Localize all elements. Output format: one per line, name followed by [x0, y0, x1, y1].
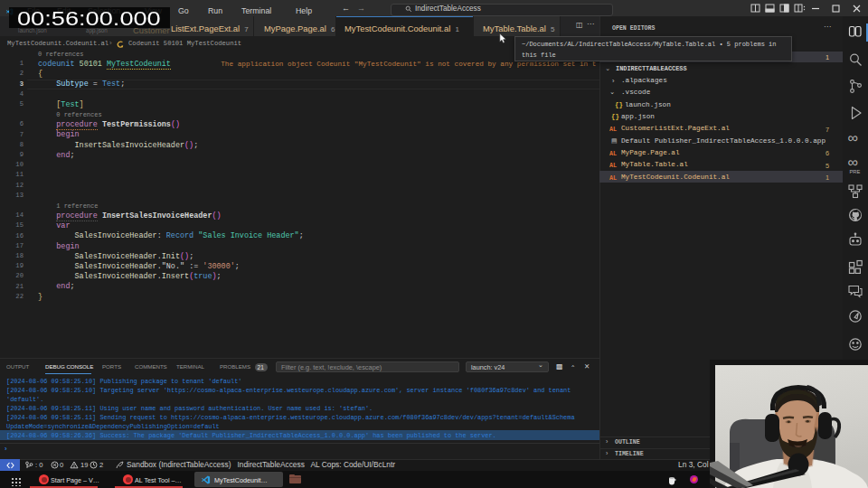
svg-text:∞: ∞ — [848, 155, 858, 170]
svg-text:PRE: PRE — [850, 169, 861, 174]
svg-text:∞: ∞ — [848, 130, 858, 145]
